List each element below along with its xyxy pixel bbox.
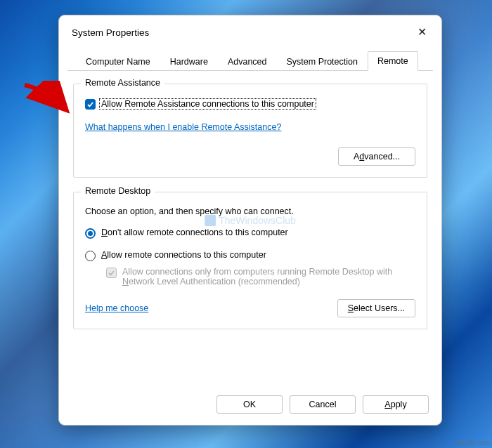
source-tag: wsxdn.com (455, 439, 491, 447)
rd-nla-label: Allow connections only from computers ru… (122, 267, 415, 286)
rd-dont-allow-label: Don't allow remote connections to this c… (101, 228, 288, 237)
rd-instruction: Choose an option, and then specify who c… (85, 206, 415, 216)
rd-dont-allow-row: Don't allow remote connections to this c… (85, 228, 415, 239)
ok-button[interactable]: OK (216, 395, 283, 414)
remote-assistance-legend: Remote Assistance (81, 78, 164, 88)
advanced-button[interactable]: Advanced... (338, 147, 415, 166)
tab-bar: Computer Name Hardware Advanced System P… (67, 51, 433, 71)
tab-advanced[interactable]: Advanced (218, 52, 277, 71)
ra-info-link[interactable]: What happens when I enable Remote Assist… (85, 122, 281, 132)
system-properties-dialog: System Properties ✕ Computer Name Hardwa… (58, 15, 442, 426)
allow-ra-label: Allow Remote Assistance connections to t… (99, 98, 316, 110)
allow-ra-row: Allow Remote Assistance connections to t… (85, 98, 415, 110)
dialog-footer: OK Cancel Apply (59, 388, 441, 425)
remote-desktop-group: Remote Desktop Choose an option, and the… (73, 192, 427, 329)
rd-allow-label: Allow remote connections to this compute… (101, 250, 266, 260)
remote-desktop-legend: Remote Desktop (81, 186, 155, 196)
close-button[interactable]: ✕ (415, 25, 429, 39)
cancel-button[interactable]: Cancel (290, 395, 356, 414)
apply-button[interactable]: Apply (363, 395, 429, 414)
tab-hardware[interactable]: Hardware (160, 52, 218, 71)
rd-nla-checkbox (106, 268, 117, 278)
rd-nla-row: Allow connections only from computers ru… (106, 267, 415, 286)
tab-computer-name[interactable]: Computer Name (76, 52, 160, 71)
select-users-button[interactable]: Select Users... (337, 299, 415, 317)
help-me-choose-link[interactable]: Help me choose (85, 303, 148, 313)
remote-assistance-group: Remote Assistance Allow Remote Assistanc… (73, 84, 427, 178)
rd-allow-row: Allow remote connections to this compute… (85, 250, 415, 261)
tab-remote[interactable]: Remote (368, 51, 418, 71)
dialog-title: System Properties (72, 27, 149, 38)
rd-dont-allow-radio[interactable] (85, 228, 96, 239)
tab-system-protection[interactable]: System Protection (277, 52, 368, 71)
tab-content: TheWindowsClub Remote Assistance Allow R… (59, 71, 441, 388)
allow-ra-checkbox[interactable] (85, 99, 96, 110)
annotation-arrow (23, 81, 72, 116)
titlebar: System Properties ✕ (59, 15, 441, 46)
rd-allow-radio[interactable] (85, 251, 96, 261)
